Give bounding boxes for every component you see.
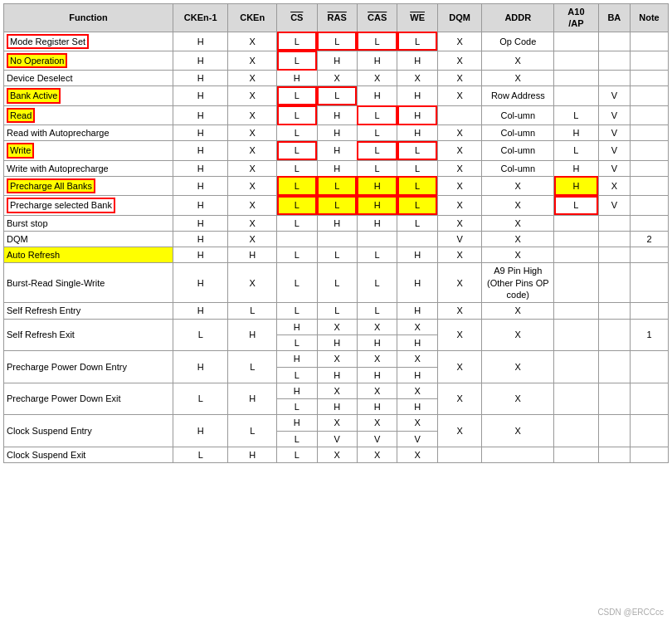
cell-cs: L xyxy=(277,247,317,263)
cell-cs: H xyxy=(277,319,317,334)
cell-ras: X xyxy=(317,383,357,398)
cell-cs: L xyxy=(277,176,317,195)
cell-we: H xyxy=(397,125,437,141)
cell-we: H xyxy=(397,367,437,383)
cell-cs: L xyxy=(277,141,317,160)
cell-ras: H xyxy=(317,399,357,415)
cell-ba xyxy=(598,71,630,86)
cell-cas: L xyxy=(357,32,397,51)
cell-cas: L xyxy=(357,263,397,303)
cell-cas: L xyxy=(357,247,397,263)
cell-ba xyxy=(598,263,630,303)
cell-cs: L xyxy=(277,160,317,176)
cell-a10 xyxy=(554,319,599,351)
cell-cs: L xyxy=(277,447,317,463)
cell-a10: L xyxy=(554,196,599,215)
header-a10: A10/AP xyxy=(554,4,599,32)
cell-we: X xyxy=(397,383,437,398)
cell-cas: L xyxy=(357,125,397,141)
cell-cas: H xyxy=(357,334,397,350)
cell-cken1: H xyxy=(173,176,228,195)
cell-cken1: H xyxy=(173,415,228,447)
cell-we: V xyxy=(397,431,437,447)
table-row: Clock Suspend ExitLHLXXX xyxy=(4,447,669,463)
cell-cas: H xyxy=(357,196,397,215)
cell-dqm: X xyxy=(437,215,482,231)
cell-cas: L xyxy=(357,160,397,176)
cell-cas: H xyxy=(357,367,397,383)
cell-note xyxy=(630,383,668,415)
cell-cken: X xyxy=(228,86,277,105)
cell-note: 1 xyxy=(630,319,668,351)
cell-note xyxy=(630,447,668,463)
table-row: Precharge Power Down ExitLHHXXXXX xyxy=(4,383,669,398)
cell-ras: L xyxy=(317,247,357,263)
cell-cas: X xyxy=(357,447,397,463)
cell-dqm: X xyxy=(437,141,482,160)
cell-ba: X xyxy=(598,176,630,195)
cell-cas: X xyxy=(357,71,397,86)
header-we: WE xyxy=(397,4,437,32)
cell-note xyxy=(630,303,668,319)
cell-addr: Col-umn xyxy=(482,105,554,125)
cell-cas: H xyxy=(357,86,397,105)
cell-cas: H xyxy=(357,51,397,70)
cell-we: L xyxy=(397,176,437,195)
cell-cken1: H xyxy=(173,303,228,319)
cell-we: H xyxy=(397,86,437,105)
cell-ras: H xyxy=(317,51,357,70)
cell-cken: X xyxy=(228,51,277,70)
cell-ba: V xyxy=(598,105,630,125)
cell-cas: L xyxy=(357,141,397,160)
cell-cken1: L xyxy=(173,383,228,415)
cell-function: Clock Suspend Exit xyxy=(4,447,173,463)
cell-cken1: H xyxy=(173,71,228,86)
cell-cken1: H xyxy=(173,51,228,70)
header-cken: CKEn xyxy=(228,4,277,32)
cell-addr: X xyxy=(482,415,554,447)
cell-cs: L xyxy=(277,125,317,141)
cell-cken: X xyxy=(228,176,277,195)
cell-cas: X xyxy=(357,415,397,431)
cell-dqm: X xyxy=(437,247,482,263)
cell-we: L xyxy=(397,160,437,176)
cell-cken: X xyxy=(228,263,277,303)
cell-a10 xyxy=(554,247,599,263)
cell-a10 xyxy=(554,86,599,105)
cell-note xyxy=(630,71,668,86)
table-row: No OperationHXLHHHXX xyxy=(4,51,669,70)
cell-cas: H xyxy=(357,215,397,231)
cell-ras: L xyxy=(317,176,357,195)
cell-function: Self Refresh Entry xyxy=(4,303,173,319)
cell-ras: H xyxy=(317,367,357,383)
cell-dqm: X xyxy=(437,196,482,215)
cell-dqm: X xyxy=(437,415,482,447)
table-row: Write with AutoprechargeHXLHLLXCol-umnHV xyxy=(4,160,669,176)
cell-note xyxy=(630,351,668,383)
cell-cken: X xyxy=(228,105,277,125)
cell-note xyxy=(630,176,668,195)
cell-addr: Col-umn xyxy=(482,125,554,141)
cell-cas: L xyxy=(357,105,397,125)
cell-dqm: X xyxy=(437,383,482,415)
cell-note xyxy=(630,51,668,70)
cell-function: Clock Suspend Entry xyxy=(4,415,173,447)
cell-cas: X xyxy=(357,319,397,334)
cell-a10: L xyxy=(554,141,599,160)
cell-cas xyxy=(357,231,397,247)
cell-addr xyxy=(482,447,554,463)
cell-function: Precharge Power Down Exit xyxy=(4,383,173,415)
header-addr: ADDR xyxy=(482,4,554,32)
cell-cken1: L xyxy=(173,319,228,351)
cell-function: Write xyxy=(4,141,173,160)
cell-addr: X xyxy=(482,351,554,383)
cell-addr: X xyxy=(482,247,554,263)
cell-a10 xyxy=(554,32,599,51)
cell-cken: X xyxy=(228,141,277,160)
cell-a10 xyxy=(554,263,599,303)
cell-a10: L xyxy=(554,105,599,125)
cell-dqm: V xyxy=(437,231,482,247)
cell-ba xyxy=(598,415,630,447)
cell-a10 xyxy=(554,215,599,231)
cell-function: Self Refresh Exit xyxy=(4,319,173,351)
